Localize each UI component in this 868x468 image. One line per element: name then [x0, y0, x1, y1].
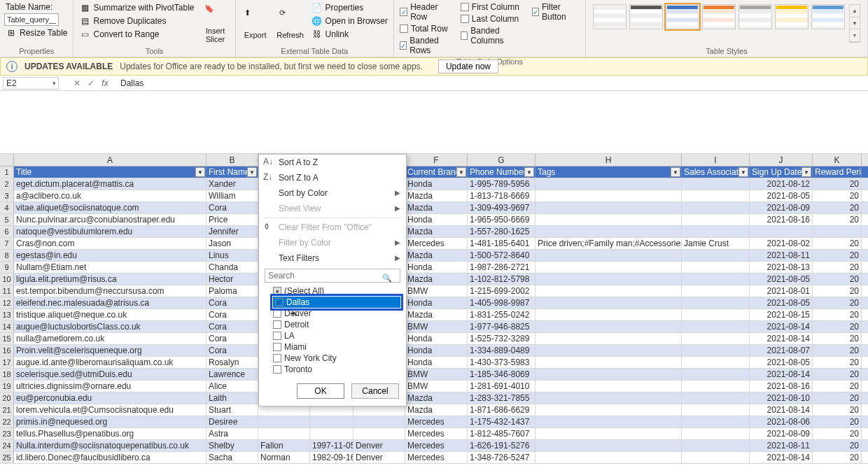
cell[interactable]: Price driven;#Family man;#Accessories — [536, 238, 682, 249]
filter-value-denver[interactable]: Denver — [273, 308, 400, 319]
cell[interactable]: eget.dictum.placerat@mattis.ca — [14, 178, 206, 190]
cell[interactable] — [682, 428, 750, 439]
cell[interactable] — [536, 333, 682, 344]
filter-value-miami[interactable]: Miami — [273, 341, 400, 353]
row-header[interactable]: 21 — [0, 404, 14, 416]
cell[interactable]: lorem.vehicula.et@Cumsociisnatoque.edu — [14, 404, 206, 416]
filter-value-la[interactable]: LA — [273, 330, 400, 341]
cell[interactable] — [682, 321, 750, 332]
cell[interactable] — [536, 452, 682, 463]
col-header[interactable]: F — [405, 154, 468, 166]
cell[interactable]: augue@luctuslobortisClass.co.uk — [14, 321, 206, 332]
cell[interactable]: Alice — [206, 381, 258, 392]
cell[interactable]: 20 — [813, 274, 862, 285]
cell[interactable]: tristique.aliquet@neque.co.uk — [14, 309, 206, 320]
update-now-button[interactable]: Update now — [438, 59, 498, 73]
cell[interactable]: 20 — [813, 297, 862, 309]
cell[interactable]: Cora — [206, 297, 258, 309]
cell[interactable]: eu@perconubia.edu — [14, 392, 206, 404]
cell[interactable]: Chanda — [206, 262, 258, 273]
cell[interactable]: 2021-08-09 — [750, 202, 813, 213]
cell[interactable]: Mercedes — [405, 428, 468, 439]
cell[interactable]: 1-348-726-5247 — [468, 452, 536, 463]
cell[interactable]: a@aclibero.co.uk — [14, 190, 206, 201]
refresh-button[interactable]: ⟳Refresh — [275, 1, 306, 45]
cell[interactable]: 2021-08-10 — [750, 392, 813, 404]
cell[interactable]: 2021-08-01 — [750, 285, 813, 297]
cell[interactable] — [536, 345, 682, 356]
cell[interactable]: 20 — [813, 321, 862, 332]
cell[interactable]: Mercedes — [405, 238, 468, 249]
cell[interactable]: Mazda — [405, 190, 468, 201]
cell[interactable]: 1-481-185-6401 — [468, 238, 536, 249]
row-header[interactable]: 7 — [0, 238, 14, 249]
cell[interactable]: Cora — [206, 202, 258, 213]
filter-arrow-icon[interactable]: ▼ — [247, 167, 257, 177]
style-swatch[interactable] — [775, 4, 808, 29]
filter-value-detroit[interactable]: Detroit — [273, 319, 400, 330]
cell[interactable]: Sacha — [206, 452, 258, 463]
row-header[interactable]: 3 — [0, 190, 14, 201]
cell[interactable]: Honda — [405, 214, 468, 225]
table-properties-button[interactable]: 📄Properties — [310, 1, 389, 14]
select-all-corner[interactable] — [0, 154, 14, 166]
cell[interactable] — [354, 416, 405, 427]
cell[interactable]: 2021-08-16 — [750, 214, 813, 225]
cell[interactable]: 1-334-889-0489 — [468, 345, 536, 356]
cell[interactable]: 2021-08-05 — [750, 190, 813, 201]
cell[interactable]: Mercedes — [405, 452, 468, 463]
cell[interactable]: 20 — [813, 285, 862, 297]
row-header[interactable]: 2 — [0, 178, 14, 190]
row-header[interactable]: 9 — [0, 262, 14, 273]
filter-value-dallas[interactable]: Dallas↖ — [273, 297, 400, 308]
row-header[interactable]: 1 — [0, 166, 14, 178]
row-header[interactable]: 22 — [0, 416, 14, 427]
row-header[interactable]: 13 — [0, 309, 14, 320]
banded-columns-checkbox[interactable]: Banded Columns — [459, 25, 526, 46]
header-cell[interactable]: Reward Period — [813, 166, 862, 178]
cell[interactable] — [536, 309, 682, 320]
cell[interactable] — [258, 416, 310, 427]
header-row-checkbox[interactable]: Header Row — [398, 1, 455, 22]
col-header[interactable]: H — [536, 154, 682, 166]
unlink-button[interactable]: ⛓Unlink — [310, 28, 389, 41]
sort-za-button[interactable]: Z↓Sort Z to A — [259, 170, 406, 185]
style-swatch[interactable] — [738, 4, 772, 29]
cell[interactable] — [682, 392, 750, 404]
filter-arrow-icon[interactable]: ▼ — [671, 167, 680, 177]
export-button[interactable]: ⬆Export — [240, 1, 271, 45]
cell[interactable] — [682, 440, 750, 451]
filter-arrow-icon[interactable]: ▼ — [195, 167, 205, 177]
cell[interactable]: 20 — [813, 440, 862, 451]
col-header[interactable]: J — [750, 154, 813, 166]
cell[interactable]: 20 — [813, 190, 862, 201]
cell[interactable] — [682, 369, 750, 380]
cell[interactable]: 2021-08-14 — [750, 369, 813, 380]
cell[interactable] — [682, 333, 750, 344]
cell[interactable]: 1-283-321-7855 — [468, 392, 536, 404]
cancel-formula-icon[interactable]: ✕ — [70, 78, 84, 88]
cell[interactable]: 2021-08-14 — [750, 452, 813, 463]
cell[interactable] — [536, 321, 682, 332]
cell[interactable]: Honda — [405, 357, 468, 368]
cell[interactable]: 1-871-686-6629 — [468, 404, 536, 416]
filter-arrow-icon[interactable]: ▼ — [456, 167, 466, 177]
gallery-up-icon[interactable]: ▲ — [850, 5, 860, 17]
cell[interactable]: est.tempor.bibendum@neccursusa.com — [14, 285, 206, 297]
cell[interactable]: Nunc.pulvinar.arcu@conubianostraper.edu — [14, 214, 206, 225]
cell[interactable]: 1-215-699-2002 — [468, 285, 536, 297]
cell[interactable]: 20 — [813, 309, 862, 320]
cell[interactable]: 20 — [813, 392, 862, 404]
sort-by-color-button[interactable]: Sort by Color▶ — [259, 185, 406, 201]
cell[interactable]: 20 — [813, 369, 862, 380]
cell[interactable]: egestas@in.edu — [14, 250, 206, 261]
cell[interactable]: Astra — [206, 428, 258, 439]
cell[interactable] — [536, 440, 682, 451]
col-header[interactable]: I — [682, 154, 750, 166]
cell[interactable]: Honda — [405, 262, 468, 273]
cell[interactable] — [536, 381, 682, 392]
cell[interactable]: Rosalyn — [206, 357, 258, 368]
summarize-pivot-button[interactable]: ▦Summarize with PivotTable — [78, 1, 195, 14]
cell[interactable]: natoque@vestibulumlorem.edu — [14, 226, 206, 237]
cell[interactable] — [536, 190, 682, 201]
